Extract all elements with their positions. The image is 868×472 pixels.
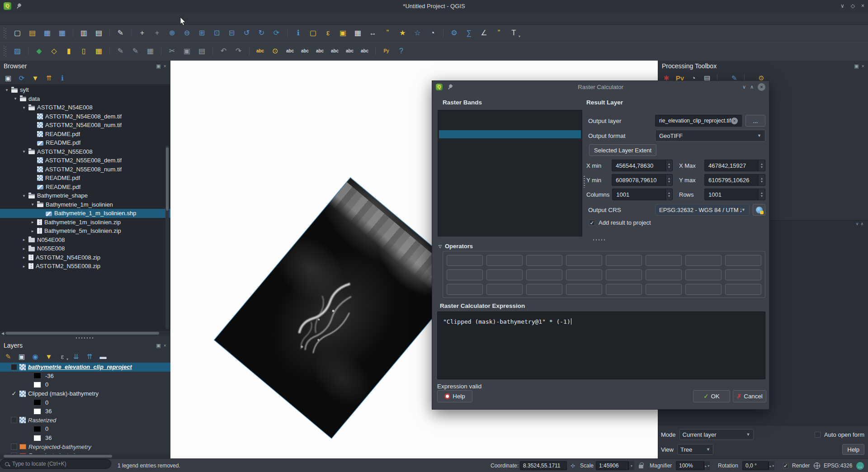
text-annotation-icon[interactable]: T [508,27,520,39]
spinner-arrows[interactable]: ▲▼ [758,160,765,171]
mode-select[interactable]: Current layer▼ [679,429,754,440]
browser-tree-item[interactable]: ASTGTM2_N55E008.zip [0,262,170,271]
toolbar-drag-handle[interactable] [4,46,7,57]
clear-field-icon[interactable]: × [731,118,738,124]
chevron-down-icon[interactable]: ▼ [628,461,634,470]
expander-icon[interactable] [30,220,35,224]
collapse-all-icon[interactable]: ⇈ [84,351,95,362]
crs-globe-icon[interactable] [814,463,820,469]
menu-item[interactable] [57,16,66,20]
operator-button[interactable] [526,269,562,280]
messages-icon[interactable]: … [856,462,864,470]
browser-tree-item[interactable]: data [0,94,170,104]
measure-angle-icon[interactable]: ∠ [478,27,490,39]
toolbox-gear-icon[interactable]: ⚙ [448,27,460,39]
spinner-arrows[interactable]: ▲▼ [758,189,765,200]
scroll-left-icon[interactable]: ◀ [0,331,5,335]
menu-item[interactable] [21,16,30,20]
new-spatialite-icon[interactable]: ▮ [63,45,75,57]
operator-button[interactable] [685,269,722,280]
manage-map-themes-icon[interactable]: ◉ [30,351,41,362]
browser-tree-item[interactable]: Bathymetrie_1_m_Isolinien.shp [0,209,170,218]
spinner-arrows[interactable]: ▲▼ [769,461,774,470]
collapse-triangle-icon[interactable]: ▽ [439,244,442,249]
float-panel-icon[interactable]: ▣ [156,343,160,349]
expander-icon[interactable] [30,202,35,207]
extent-field-input[interactable]: 1001 ▲▼ [704,189,765,200]
add-group-icon[interactable]: ▣ [16,351,27,362]
zoom-to-selection-icon[interactable]: ⊡ [211,27,223,39]
save-project-as-icon[interactable]: ▦ [56,27,68,39]
operator-button[interactable] [685,255,722,266]
move-label-icon[interactable]: abc [344,45,356,57]
expander-icon[interactable] [30,229,35,233]
layer-visibility-checkbox[interactable] [11,417,17,423]
close-panel-icon[interactable]: × [164,343,166,349]
extent-field-input[interactable]: 6089078,79610 ▲▼ [612,174,673,186]
style-manager-icon[interactable]: ✎ [114,27,127,39]
locate-input[interactable]: Type to locate (Ctrl+K) [0,459,111,469]
shade-dialog-icon[interactable]: ∨ [742,84,746,90]
expander-icon[interactable] [22,264,26,269]
layer-item[interactable]: -36 [0,372,170,381]
paste-features-icon[interactable]: ▤ [196,45,208,57]
select-crs-button[interactable] [753,204,765,216]
zoom-full-extent-icon[interactable]: ⊞ [196,27,208,39]
operator-button[interactable] [646,269,682,280]
dialog-title-bar[interactable]: Raster Calculator Q ∨ ∧ × [432,81,769,93]
browser-vertical-scrollbar[interactable] [165,146,169,329]
temporal-controller-icon[interactable]: ◔ [426,27,439,39]
spinner-arrows[interactable]: ▲▼ [704,461,710,470]
operator-button[interactable] [447,284,483,295]
layer-item[interactable]: bathymetrie_elevation_clip_reproject [0,363,170,372]
browser-horizontal-scrollbar[interactable]: ◀ [0,331,170,335]
pan-to-selection-icon[interactable]: + [151,27,163,39]
render-checkbox[interactable] [783,463,788,468]
layout-manager-icon[interactable]: ▤ [93,27,105,39]
view-select[interactable]: Tree▼ [677,444,713,455]
toolbar-separator[interactable] [71,27,75,39]
operator-button[interactable] [447,269,483,280]
layer-item[interactable]: 36 [0,434,170,443]
deselect-features-icon[interactable]: ▣ [337,27,349,39]
operator-button[interactable] [447,255,483,266]
new-geopackage-icon[interactable]: ◆ [33,45,45,57]
zoom-next-icon[interactable]: ↻ [255,27,268,39]
coordinate-input[interactable]: 8.3524,55.1711 [520,461,567,470]
float-panel-icon[interactable]: ▣ [854,63,859,69]
open-attribute-table-icon[interactable]: ▦ [352,27,364,39]
expander-icon[interactable] [22,237,26,242]
operator-button[interactable] [566,255,602,266]
browser-tree-item[interactable]: ASTGTM2_N54E008.zip [0,253,170,262]
browser-tree-item[interactable]: Bathymetrie_1m_isolinien [0,200,170,209]
menu-item[interactable] [75,16,84,20]
raster-band-item[interactable] [439,130,581,138]
output-format-select[interactable]: GeoTIFF▼ [655,130,765,142]
browser-tree-item[interactable]: README.pdf [0,138,170,147]
select-by-expression-icon[interactable]: ε [322,27,334,39]
open-project-icon[interactable]: ▤ [26,27,38,39]
add-result-checkbox[interactable] [589,220,595,226]
pin-unpin-labels-icon[interactable]: abc [314,45,326,57]
operator-button[interactable] [646,255,682,266]
map-tips-icon[interactable]: ” [382,27,394,39]
close-panel-icon[interactable]: × [164,63,166,69]
browser-tree-item[interactable]: sylt [0,85,170,94]
extent-tracking-icon[interactable]: ⊹ [571,459,575,472]
browser-tree-item[interactable]: ASTGTM2_N55E008_num.tif [0,165,170,174]
layer-item[interactable]: 0 [0,425,170,434]
layer-styling-icon[interactable]: ✎ [3,351,14,362]
highlight-pinned-labels-icon[interactable]: abc [284,45,296,57]
browser-tree-item[interactable]: Bathymetrie_shape [0,191,170,200]
splitter-handle[interactable] [593,239,607,241]
layer-diagram-icon[interactable]: ⊙ [269,45,281,57]
output-crs-select[interactable]: EPSG:32632 - WGS 84 / UTM zo▼ [655,204,750,216]
filter-by-expression-icon[interactable]: ε [57,351,68,362]
show-label-properties-icon[interactable]: abc [329,45,341,57]
menu-item[interactable] [102,16,111,20]
raster-band-item[interactable] [439,155,581,163]
epsg-status[interactable]: EPSG:4326 [824,459,852,472]
layer-item[interactable]: Reprojected-bathymetry [0,442,170,451]
minimize-icon[interactable]: ∨ [840,3,844,9]
pan-map-icon[interactable]: + [136,27,148,39]
